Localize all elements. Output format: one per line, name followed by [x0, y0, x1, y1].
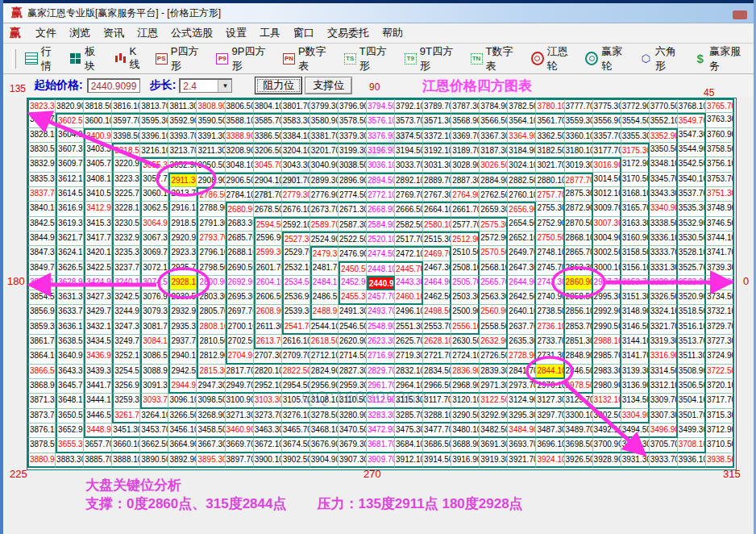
grid-cell: 2678.50 — [254, 202, 282, 216]
grid-cell: 3854.50 — [27, 290, 56, 305]
toolbar-item[interactable]: 赢家轮 — [580, 42, 635, 76]
grid-cell: 3506.50 — [678, 379, 706, 394]
grid-cell: 3662.50 — [140, 438, 168, 453]
grid-cell: 2812.90 — [197, 349, 225, 364]
degree-label-135: 135 — [10, 83, 26, 94]
grid-cell: 3117.70 — [423, 394, 451, 408]
grid-cell: 3667.30 — [197, 438, 225, 453]
toolbar-item[interactable]: TST四方形 — [339, 42, 400, 76]
grid-cell: 3084.10 — [140, 335, 168, 349]
grid-cell: 3067.30 — [140, 232, 168, 246]
close-icon[interactable] — [733, 10, 747, 19]
grid-cell: 2748.10 — [536, 246, 564, 261]
grid-cell: 2498.50 — [423, 305, 451, 319]
grid-cell: 2450.50 — [339, 261, 367, 276]
grid-cell: 3520.90 — [678, 290, 706, 305]
grid-cell: 3408.10 — [84, 173, 112, 187]
grid-cell: 3436.90 — [84, 349, 112, 364]
grid-cell: 3002.50 — [593, 246, 621, 261]
grid-cell: 2728.90 — [508, 349, 536, 364]
grid-cell: 2472.10 — [395, 246, 423, 261]
grid-cell: 3468.10 — [310, 423, 339, 438]
grid-cell: 3165.70 — [621, 202, 650, 216]
grid-cell: 3307.30 — [650, 409, 678, 423]
grid-cell: 3244.90 — [112, 305, 140, 319]
menu-item[interactable]: 资讯 — [97, 23, 131, 43]
grid-cell: 3288.10 — [423, 409, 451, 423]
grid-cell: 3801.70 — [282, 98, 310, 113]
grid-cell: 3331.30 — [650, 261, 678, 276]
grid-cell: 3055.30 — [140, 157, 168, 172]
grid-cell: 3122.50 — [480, 394, 508, 408]
grid-cell: 2695.30 — [226, 290, 254, 305]
grid-cell: 2738.50 — [536, 305, 564, 319]
grid-cell: 2798.50 — [197, 261, 225, 276]
grid-cell: 3100.90 — [226, 394, 254, 408]
grid-cell: 3806.50 — [226, 98, 254, 113]
grid-cell: 3242.50 — [112, 290, 140, 305]
grid-cell: 2947.30 — [197, 379, 225, 394]
grid-cell: 2606.50 — [254, 290, 282, 305]
grid-cell: 3751.30 — [706, 187, 734, 202]
toolbar-item[interactable]: TNT数字表 — [466, 42, 526, 76]
menu-item[interactable]: 设置 — [219, 23, 253, 43]
grid-cell: 2556.10 — [451, 320, 480, 335]
grid-cell: 2760.10 — [508, 187, 536, 202]
grid-cell: 2736.10 — [536, 320, 564, 335]
menu-item[interactable]: 交易委托 — [321, 23, 376, 43]
toolbar-item-label: 行情 — [41, 44, 60, 73]
grid-cell: 3372.10 — [423, 128, 451, 143]
support-button[interactable]: 支撑位 — [305, 77, 352, 94]
toolbar-item[interactable]: 板块 — [64, 42, 109, 76]
grid-cell: 3614.50 — [56, 187, 84, 202]
grid-cell: 3482.50 — [480, 423, 508, 438]
grid-cell: 3650.50 — [56, 409, 84, 423]
toolbar-item[interactable]: T99T四方形 — [400, 42, 466, 76]
degree-label-0: 0 — [743, 275, 749, 287]
start-price-input[interactable] — [87, 78, 140, 93]
step-combobox[interactable]: 2.4 ▼ — [179, 78, 232, 93]
grid-cell: 3928.90 — [593, 453, 621, 468]
controls-row: 135 起始价格: 步长: 2.4 ▼ 阻力位 支撑位 90 江恩价格四方图表 … — [3, 74, 754, 97]
grid-cell: 3568.90 — [451, 113, 480, 127]
menu-item[interactable]: 浏览 — [63, 23, 97, 43]
grid-cell: 3732.10 — [706, 305, 734, 319]
grid-cell: 3888.10 — [112, 453, 140, 468]
menu-item[interactable]: 江恩 — [131, 23, 164, 43]
toolbar-item[interactable]: PNP数字表 — [278, 42, 339, 76]
grid-cell: 2661.70 — [451, 202, 480, 216]
grid-cell: 3609.70 — [56, 157, 84, 172]
grid-cell: 3705.70 — [650, 438, 678, 453]
grid-cell: 3722.50 — [706, 365, 734, 379]
grid-cell: 3552.10 — [650, 113, 678, 127]
grid-cell: 2510.50 — [451, 246, 480, 261]
menu-item[interactable]: 窗口 — [287, 23, 321, 43]
grid-cell: 2988.10 — [593, 335, 621, 349]
grid-cell: 3777.70 — [565, 98, 593, 113]
grid-cell: 3043.30 — [282, 157, 310, 172]
menu-item[interactable]: 工具 — [253, 23, 287, 43]
grid-cell: 2942.50 — [168, 365, 197, 379]
menu-item[interactable]: 文件 — [29, 23, 63, 43]
grid-cell: 2964.10 — [395, 379, 423, 394]
grid-cell: 3924.10 — [536, 453, 564, 468]
menu-item[interactable]: 帮助 — [376, 23, 409, 43]
grid-cell: 2618.50 — [310, 335, 339, 349]
grid-cell: 3499.30 — [678, 423, 706, 438]
toolbar-item[interactable]: $赢家服务 — [689, 42, 754, 76]
toolbar-item[interactable]: K线 — [109, 43, 150, 74]
resistance-button[interactable]: 阻力位 — [255, 77, 302, 94]
toolbar-item[interactable]: 江恩轮 — [526, 42, 581, 76]
toolbar-item[interactable]: 行情 — [20, 42, 64, 76]
grid-cell: 3595.30 — [140, 113, 168, 127]
chevron-down-icon[interactable]: ▼ — [218, 80, 231, 92]
title-bar[interactable]: 赢 赢家江恩专业版[赢家服务平台] - [价格正方形] — [3, 3, 754, 23]
grid-cell: 2937.70 — [168, 335, 197, 349]
menu-item[interactable]: 公式选股 — [164, 23, 219, 43]
grid-cell: 2810.50 — [197, 335, 225, 349]
grid-cell: 2841.70 — [508, 365, 536, 379]
toolbar-item[interactable]: P99P四方形 — [211, 42, 278, 76]
toolbar-item[interactable]: PSP四方形 — [151, 42, 212, 76]
grid-cell: 3784.90 — [480, 98, 508, 113]
toolbar-item[interactable]: ⬡六角形 — [635, 42, 690, 76]
